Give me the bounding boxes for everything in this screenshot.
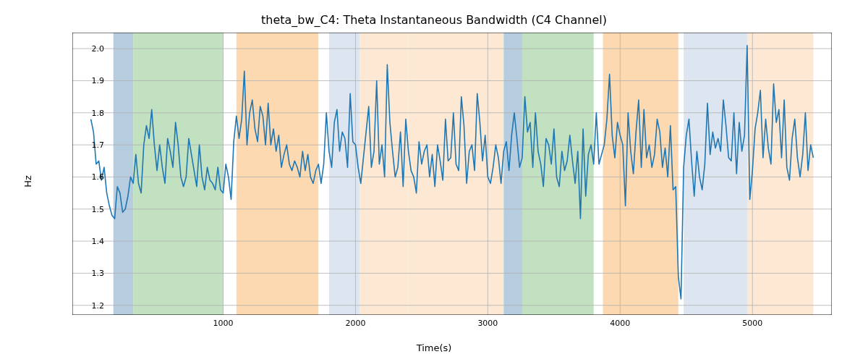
chart-title: theta_bw_C4: Theta Instantaneous Bandwid… xyxy=(0,13,868,27)
background-band xyxy=(329,33,359,315)
background-band xyxy=(747,33,813,315)
x-axis-label: Time(s) xyxy=(0,342,868,353)
y-axis-label: Hz xyxy=(20,0,35,362)
background-band xyxy=(522,33,594,315)
y-tick-label: 1.5 xyxy=(75,204,104,214)
y-tick-label: 1.3 xyxy=(75,269,104,278)
y-tick-label: 1.7 xyxy=(75,140,104,150)
y-tick-label: 1.4 xyxy=(75,237,104,246)
y-tick-label: 1.9 xyxy=(75,76,104,85)
background-band xyxy=(503,33,522,315)
x-tick-label: 3000 xyxy=(477,319,498,328)
x-tick-label: 5000 xyxy=(742,319,762,328)
background-band xyxy=(237,33,318,315)
background-band xyxy=(684,33,747,315)
background-band xyxy=(409,33,504,315)
x-tick-label: 2000 xyxy=(345,319,365,328)
y-tick-label: 1.6 xyxy=(75,172,104,182)
y-tick-label: 1.8 xyxy=(75,108,104,117)
y-tick-label: 2.0 xyxy=(75,44,104,54)
background-band xyxy=(133,33,223,315)
plot-area xyxy=(72,33,832,315)
y-tick-label: 1.2 xyxy=(75,300,104,310)
figure: theta_bw_C4: Theta Instantaneous Bandwid… xyxy=(0,0,868,362)
x-tick-label: 1000 xyxy=(213,319,234,328)
background-band xyxy=(114,33,133,315)
x-tick-label: 4000 xyxy=(610,319,630,328)
plot-svg xyxy=(72,33,832,315)
